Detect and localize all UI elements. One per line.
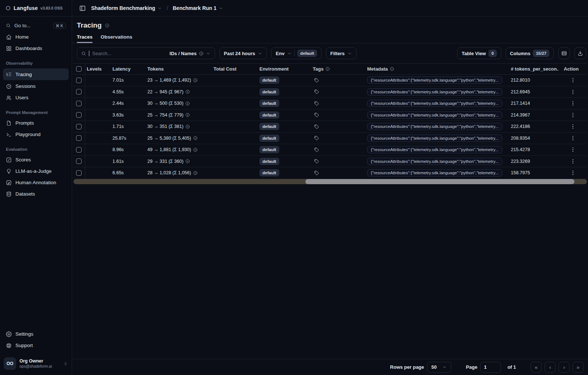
last-page-button[interactable]: » [573,362,584,373]
info-icon [199,51,204,56]
sidebar-item-playground[interactable]: Playground [3,129,69,140]
sidebar-item-home[interactable]: Home [3,32,69,42]
row-checkbox[interactable] [76,147,82,153]
sidebar-item-datasets[interactable]: Datasets [3,189,69,199]
next-page-button[interactable]: › [559,362,570,373]
search-scope-selector[interactable]: IDs / Names [169,51,211,56]
sidebar-item-scores[interactable]: Scores [3,154,69,165]
tag-icon[interactable] [314,124,319,129]
user-menu[interactable]: OO Org Owner ops@shadeform.ai [0,354,72,375]
tokens-cell: 29 → 331 (Σ 360) [147,159,183,164]
row-actions-kebab-icon[interactable] [570,112,576,118]
sidebar-item-users[interactable]: Users [3,92,69,103]
goto-search[interactable]: Go to... ⌘ K [3,20,69,31]
filters-button[interactable]: Filters [326,47,356,59]
sidebar-item-prompts[interactable]: Prompts [3,118,69,128]
sidebar-item-settings[interactable]: Settings [3,329,69,339]
trace-row[interactable]: 7.01s 23 → 1,469 (Σ 1,492) default {"res… [74,75,587,86]
row-actions-kebab-icon[interactable] [570,170,576,176]
trace-row[interactable]: 4.55s 22 → 945 (Σ 967) default {"resourc… [74,86,587,98]
row-actions-kebab-icon[interactable] [570,89,576,95]
horizontal-scrollbar-track[interactable] [74,179,587,184]
trace-row[interactable]: 1.61s 29 → 331 (Σ 360) default {"resourc… [74,156,587,168]
row-checkbox[interactable] [76,124,82,129]
sidebar-item-llm-as-a-judge[interactable]: LLM-as-a-Judge [3,166,69,176]
time-range-button[interactable]: Past 24 hours [219,47,267,59]
tag-icon[interactable] [314,147,319,152]
previous-page-button[interactable]: ‹ [545,362,556,373]
chevron-down-icon [442,365,447,369]
metadata-cell[interactable]: {"resourceAttributes":{"telemetry.sdk.la… [367,123,502,130]
trace-row[interactable]: 3.63s 25 → 754 (Σ 779) default {"resourc… [74,110,587,121]
latency-cell: 1.71s [110,124,145,129]
horizontal-scrollbar-thumb[interactable] [305,179,574,184]
latency-cell: 25.87s [110,136,145,141]
sidebar-item-human-annotation[interactable]: Human Annotation [3,177,69,188]
sidebar-item-tracing[interactable]: Tracing [3,68,69,80]
search-input[interactable] [92,51,133,56]
tab-traces[interactable]: Traces [77,34,93,43]
trace-row[interactable]: 25.87s 25 → 5,380 (Σ 5,405) default {"re… [74,133,587,144]
brand[interactable]: Langfuse v3.83.0 OSS [0,0,72,17]
tokens-per-second-cell: 158.7975 [509,170,559,175]
trace-row[interactable]: 6.65s 28 → 1,028 (Σ 1,056) default {"res… [74,167,587,179]
sidebar-toggle-button[interactable] [77,3,87,13]
tag-icon[interactable] [314,89,319,94]
search-box[interactable]: IDs / Names [77,47,215,59]
metadata-cell[interactable]: {"resourceAttributes":{"telemetry.sdk.la… [367,135,502,142]
org-switcher[interactable]: Shadeform Benchmarking [91,5,162,11]
tab-observations[interactable]: Observations [101,34,132,43]
row-actions-kebab-icon[interactable] [570,77,576,83]
metadata-cell[interactable]: {"resourceAttributes":{"telemetry.sdk.la… [367,88,502,96]
project-switcher[interactable]: Benchmark Run 1 [173,5,223,11]
tag-icon[interactable] [314,78,319,83]
tag-icon[interactable] [314,101,319,106]
row-actions-kebab-icon[interactable] [570,135,576,141]
row-checkbox[interactable] [76,89,82,94]
first-page-button[interactable]: « [531,362,542,373]
columns-button[interactable]: Columns 15/27 [506,47,554,59]
row-checkbox[interactable] [76,170,82,176]
metadata-cell[interactable]: {"resourceAttributes":{"telemetry.sdk.la… [367,100,502,107]
env-filter-button[interactable]: Env default [271,47,322,59]
row-height-button[interactable] [558,47,570,59]
trace-row[interactable]: 1.71s 30 → 351 (Σ 381) default {"resourc… [74,121,587,133]
row-actions-kebab-icon[interactable] [570,124,576,129]
tokens-cell: 25 → 5,380 (Σ 5,405) [147,136,191,141]
row-actions-kebab-icon[interactable] [570,158,576,164]
metadata-cell[interactable]: {"resourceAttributes":{"telemetry.sdk.la… [367,146,502,153]
sidebar-item-support[interactable]: Support [3,340,69,351]
metadata-cell[interactable]: {"resourceAttributes":{"telemetry.sdk.la… [367,158,502,165]
info-icon [185,101,190,106]
org-name: Shadeform Benchmarking [91,5,155,11]
tag-icon[interactable] [314,159,319,164]
row-checkbox[interactable] [76,158,82,164]
metadata-cell[interactable]: {"resourceAttributes":{"telemetry.sdk.la… [367,111,502,119]
sidebar-item-label: Home [15,34,29,40]
trace-row[interactable]: 8.96s 49 → 1,881 (Σ 1,930) default {"res… [74,144,587,156]
sidebar-item-sessions[interactable]: Sessions [3,81,69,92]
row-checkbox[interactable] [76,112,82,118]
row-actions-kebab-icon[interactable] [570,147,576,153]
select-all-checkbox[interactable] [76,66,82,72]
row-checkbox[interactable] [76,135,82,141]
table-view-button[interactable]: Table View 0 [457,47,501,59]
metadata-cell[interactable]: {"resourceAttributes":{"telemetry.sdk.la… [367,169,502,176]
home-icon [6,34,12,40]
tokens-cell: 30 → 500 (Σ 530) [147,101,183,106]
tag-icon[interactable] [314,171,319,175]
page-number-input[interactable] [480,362,501,373]
sidebar-nav: Go to... ⌘ K Home Dashboards Observabili… [0,17,72,329]
tag-icon[interactable] [314,136,319,140]
export-button[interactable] [574,47,586,59]
row-actions-kebab-icon[interactable] [570,100,576,106]
row-checkbox[interactable] [76,101,82,106]
trace-row[interactable]: 2.44s 30 → 500 (Σ 530) default {"resourc… [74,98,587,110]
metadata-cell[interactable]: {"resourceAttributes":{"telemetry.sdk.la… [367,76,502,84]
row-checkbox[interactable] [76,78,82,83]
col-header-tags: Tags [311,66,366,72]
sidebar-item-dashboards[interactable]: Dashboards [3,43,69,54]
tag-icon[interactable] [314,113,319,117]
rows-per-page-select[interactable]: 50 [427,362,451,373]
info-icon [390,67,394,71]
